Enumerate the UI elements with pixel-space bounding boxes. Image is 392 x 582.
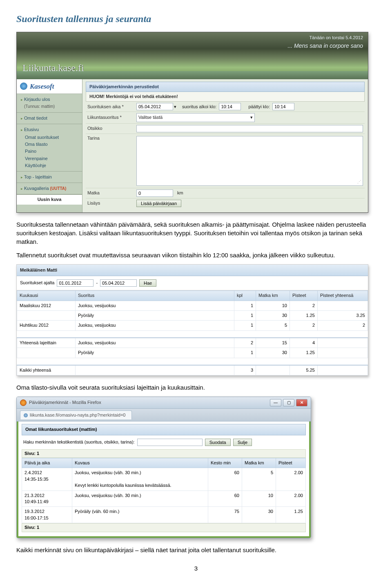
nav-sub-item[interactable]: Käyttöohje <box>25 162 82 169</box>
nav-sub-item[interactable]: Paino <box>25 148 82 155</box>
window-title: Päiväkirjamerkinnät - Mozilla Firefox <box>29 399 101 406</box>
banner-motto: ... Mens sana in corpore sano <box>288 42 363 50</box>
banner: Tänään on torstai 5.4.2012 ... Mens sana… <box>17 32 368 79</box>
label-alkoi: suoritus alkoi klo: <box>182 104 216 110</box>
th: Pisteet <box>276 458 306 468</box>
minimize-button[interactable]: — <box>270 399 281 406</box>
filter-to[interactable] <box>100 279 137 287</box>
screenshot-summary-table: Meikäläinen Matti Suoritukset ajalta - H… <box>16 264 368 376</box>
textarea-story[interactable]: ⋰ <box>136 136 363 186</box>
th: Suoritus <box>76 291 234 301</box>
globe-icon <box>24 413 28 417</box>
nav-logout[interactable]: ▸Kirjaudu ulos <box>17 96 82 103</box>
diary-search-input[interactable] <box>137 439 203 446</box>
table-row: Maaliskuu 2012Juoksu, vesijuoksu 110 2 <box>17 301 368 310</box>
table-row: Huhtikuu 2012Juoksu, vesijuoksu 15 22 <box>17 321 368 330</box>
banner-date: Tänään on torstai 5.4.2012 <box>310 35 363 41</box>
filter-label: Suoritukset ajalta <box>20 280 54 286</box>
input-start-time[interactable] <box>219 103 241 110</box>
nav-uusin-kuva: Uusin kuva <box>17 194 82 204</box>
table-row: Pyöräily 130 1.253.25 <box>17 310 368 320</box>
grand-total-row: Kaikki yhteensä 3 5.25 <box>17 365 368 375</box>
diary-row: 19.3.2012 16:00-17:15 Pyöräily (väh. 60 … <box>22 507 306 523</box>
page-indicator-top: Sivu: 1 <box>22 449 306 458</box>
th: Matka km <box>256 291 290 301</box>
diary-filter-label: Haku merkinnän tekstikentistä (suoritus,… <box>23 439 135 445</box>
add-button[interactable]: Lisää päiväkirjaan <box>136 200 181 207</box>
nav-username: (Tunnus: mattim) <box>17 104 82 111</box>
input-distance[interactable] <box>136 190 173 197</box>
label-paattyi: päättyi klo: <box>248 104 270 110</box>
tab-url: liikunta.kase.fi/omasivu-nayta.php?merki… <box>30 412 126 418</box>
tab-bar: liikunta.kase.fi/omasivu-nayta.php?merki… <box>17 409 311 421</box>
nav-top[interactable]: ▸Top - lajeittain <box>17 173 82 181</box>
label-lisays: Lisäys <box>86 200 136 206</box>
para-3: Oma tilasto-sivulla voit seurata suoritu… <box>16 383 376 392</box>
chevron-down-icon: ▾ <box>250 114 253 120</box>
para-1: Suorituksesta tallennetaan vähintään päi… <box>16 220 376 246</box>
search-button[interactable]: Hae <box>139 279 156 287</box>
screenshot-diary-window: Päiväkirjamerkinnät - Mozilla Firefox — … <box>16 397 311 538</box>
maximize-button[interactable]: ▢ <box>283 399 294 406</box>
sidebar: Kasesoft ▸Kirjaudu ulos (Tunnus: mattim)… <box>17 79 82 212</box>
label-suoritus: Liikuntasuoritus * <box>86 114 136 120</box>
logo-icon <box>20 83 27 90</box>
entry-form: Päiväkirjamerkinnän perustiedot HUOM! Me… <box>82 79 368 212</box>
input-date[interactable] <box>136 103 173 110</box>
para-4: Kaikki merkinnät sivu on liikuntapäiväki… <box>16 546 376 554</box>
window-titlebar: Päiväkirjamerkinnät - Mozilla Firefox — … <box>17 397 311 409</box>
th: Kuvaus <box>72 458 208 468</box>
diary-table: Päivä ja aika Kuvaus Kesto min Matka km … <box>22 458 306 523</box>
th: Pisteet yhteensä <box>318 291 368 301</box>
th: Matka km <box>242 458 276 468</box>
firefox-icon <box>20 399 27 406</box>
label-tarina: Tarina <box>86 135 136 141</box>
summary-table: Kuukausi Suoritus kpl Matka km Pisteet P… <box>17 290 368 375</box>
close-panel-button[interactable]: Sulje <box>233 439 252 446</box>
nav-omat-tiedot[interactable]: ▸Omat tiedot <box>17 114 82 122</box>
doc-heading: Suoritusten tallennus ja seuranta <box>16 12 376 26</box>
browser-tab[interactable]: liikunta.kase.fi/omasivu-nayta.php?merki… <box>20 410 132 419</box>
logo: Kasesoft <box>17 79 82 94</box>
filter-button[interactable]: Suodata <box>205 439 231 446</box>
summary-name: Meikäläinen Matti <box>17 265 368 276</box>
label-aika: Suorituksen aika * <box>86 104 136 110</box>
th: Päivä ja aika <box>22 458 72 468</box>
warning-text: HUOM! Merkintöjä ei voi tehdä etukäteen! <box>86 92 365 102</box>
th: Kesto min <box>208 458 242 468</box>
diary-row: 2.4.2012 14:35-15:35 Juoksu, vesijuoksu … <box>22 468 306 491</box>
nav-sub-item[interactable]: Oma tilasto <box>25 141 82 148</box>
para-2: Tallennetut suoritukset ovat muutettavis… <box>16 251 376 259</box>
input-end-time[interactable] <box>272 103 294 110</box>
th: Kuukausi <box>17 291 76 301</box>
screenshot-entry-form: Tänään on torstai 5.4.2012 ... Mens sana… <box>16 32 368 213</box>
nav-sublist: Omat suoritukset Oma tilasto Paino Veren… <box>17 134 82 169</box>
close-button[interactable]: ✕ <box>296 399 307 406</box>
nav-etusivu[interactable]: ▸Etusivu <box>17 126 82 134</box>
diary-row: 21.3.2012 10:49-11:49 Juoksu, vesijuoksu… <box>22 491 306 507</box>
nav-sub-item[interactable]: Omat suoritukset <box>25 134 82 141</box>
totals-row: Yhteensä lajeittainJuoksu, vesijuoksu 21… <box>17 338 368 348</box>
logo-text: Kasesoft <box>30 82 54 91</box>
filter-from[interactable] <box>57 279 94 287</box>
label-otsikko: Otsikko <box>86 125 136 132</box>
nav-gallery[interactable]: ▸Kuvagalleria (UUTTA) <box>17 185 82 192</box>
input-title[interactable] <box>136 125 363 132</box>
panel-title: Päiväkirjamerkinnän perustiedot <box>86 82 365 92</box>
th: kpl <box>234 291 256 301</box>
select-activity[interactable]: Valitse tästä▾ <box>136 113 255 122</box>
diary-panel-title: Omat liikuntasuoritukset (mattim) <box>22 424 306 435</box>
th: Pisteet <box>290 291 318 301</box>
page-indicator-bottom: Sivu: 1 <box>22 523 306 532</box>
label-matka: Matka <box>86 190 136 196</box>
page-number: 3 <box>16 564 376 573</box>
totals-row: Pyöräily 130 1.25 <box>17 348 368 358</box>
nav-sub-item[interactable]: Verenpaine <box>25 155 82 162</box>
unit-km: km <box>177 190 183 196</box>
